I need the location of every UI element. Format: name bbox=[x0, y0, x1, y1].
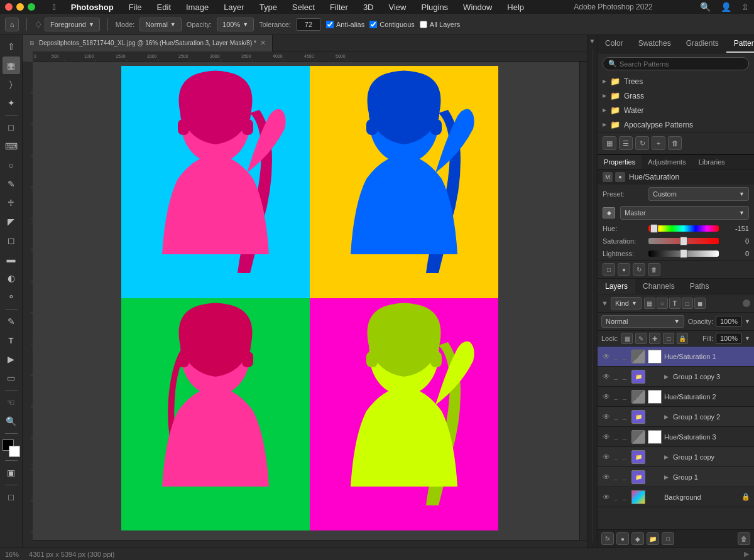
hue-slider[interactable] bbox=[648, 225, 719, 232]
filter-smart-btn[interactable]: ◼ bbox=[694, 298, 706, 309]
layer-item[interactable]: 👁 ⎯ ⎯ Hue/Saturation 3 bbox=[598, 427, 754, 447]
tolerance-input[interactable] bbox=[296, 18, 321, 31]
add-mask-btn[interactable]: ● bbox=[616, 532, 629, 545]
image-menu[interactable]: Image bbox=[183, 3, 211, 12]
fill-input[interactable]: 100% bbox=[716, 333, 742, 344]
eraser-tool[interactable]: ◻ bbox=[3, 232, 20, 249]
opacity-input[interactable]: 100% ▼ bbox=[217, 18, 254, 31]
path-selection-tool[interactable]: ▶ bbox=[3, 350, 20, 368]
layer-visibility-toggle[interactable]: 👁 bbox=[601, 392, 611, 402]
filter-shape-btn[interactable]: □ bbox=[682, 298, 693, 309]
minimize-button[interactable] bbox=[16, 3, 24, 11]
share-icon[interactable]: ⇫ bbox=[741, 2, 749, 12]
add-adjustment-btn[interactable]: ◆ bbox=[631, 532, 644, 545]
hue-slider-thumb[interactable] bbox=[650, 224, 658, 233]
lock-transparent-btn[interactable]: ▦ bbox=[621, 333, 633, 344]
preset-dropdown[interactable]: Custom ▼ bbox=[648, 187, 749, 201]
layer-item[interactable]: 👁 ⎯ ⎯ 📁 ▶ Group 1 copy bbox=[598, 447, 754, 467]
document-tab[interactable]: 🗎 Depositphotos_518717440_XL.jpg @ 16% (… bbox=[23, 35, 273, 51]
filter-pixel-btn[interactable]: ▦ bbox=[644, 298, 655, 309]
quick-mask-btn[interactable]: ▣ bbox=[3, 464, 20, 482]
close-button[interactable] bbox=[5, 3, 13, 11]
spot-heal-tool[interactable]: ○ bbox=[3, 156, 20, 174]
clone-tool[interactable]: ♱ bbox=[3, 194, 20, 212]
list-view-btn[interactable]: ☰ bbox=[619, 136, 633, 150]
zoom-tool[interactable]: 🔍 bbox=[3, 412, 20, 430]
add-pattern-btn[interactable]: + bbox=[652, 136, 665, 150]
tab-libraries[interactable]: Libraries bbox=[692, 155, 731, 169]
help-menu[interactable]: Help bbox=[505, 3, 527, 12]
search-icon[interactable]: 🔍 bbox=[700, 2, 711, 12]
visibility-btn[interactable]: ● bbox=[618, 263, 630, 276]
layer-visibility-toggle[interactable]: 👁 bbox=[601, 372, 611, 382]
mode-dropdown[interactable]: Normal ▼ bbox=[139, 18, 181, 31]
lightness-slider[interactable] bbox=[648, 250, 719, 257]
edit-menu[interactable]: Edit bbox=[155, 3, 173, 12]
new-group-btn[interactable]: 📁 bbox=[647, 532, 659, 545]
view-menu[interactable]: View bbox=[386, 3, 409, 12]
search-box[interactable]: 🔍 bbox=[603, 57, 749, 70]
window-menu[interactable]: Window bbox=[461, 3, 494, 12]
pattern-group-apocalypse[interactable]: ▶ 📁 Apocalypse Patterns bbox=[598, 117, 754, 132]
delete-adj-btn[interactable]: 🗑 bbox=[648, 263, 660, 276]
shape-tool[interactable]: ▭ bbox=[3, 369, 20, 387]
collapse-panel-btn[interactable]: ▼ bbox=[589, 38, 596, 45]
contiguous-checkbox[interactable] bbox=[369, 21, 377, 28]
home-button[interactable]: ⌂ bbox=[5, 18, 19, 31]
history-brush-tool[interactable]: ◤ bbox=[3, 213, 20, 230]
pen-tool[interactable]: ✎ bbox=[3, 313, 20, 330]
saturation-slider[interactable] bbox=[648, 238, 719, 244]
apple-menu[interactable]:  bbox=[50, 3, 58, 12]
tab-swatches[interactable]: Swatches bbox=[631, 35, 679, 53]
tab-close-button[interactable]: ✕ bbox=[260, 39, 266, 47]
layer-item[interactable]: 👁 ⎯ ⎯ Hue/Saturation 2 bbox=[598, 387, 754, 407]
tab-color[interactable]: Color bbox=[598, 35, 631, 53]
text-tool[interactable]: T bbox=[3, 331, 20, 349]
layer-item[interactable]: 👁 ⎯ ⎯ 📁 ▶ Group 1 bbox=[598, 467, 754, 487]
lock-artboard-btn[interactable]: □ bbox=[663, 333, 674, 344]
3d-menu[interactable]: 3D bbox=[361, 3, 376, 12]
pixel-icon-btn[interactable]: ● bbox=[615, 172, 625, 182]
filter-toggle[interactable] bbox=[743, 299, 750, 307]
tab-layers[interactable]: Layers bbox=[598, 279, 635, 294]
background-color[interactable] bbox=[9, 446, 20, 457]
horizontal-scrollbar[interactable] bbox=[33, 540, 587, 547]
pattern-group-grass[interactable]: ▶ 📁 Grass bbox=[598, 89, 754, 103]
channel-dropdown[interactable]: Master ▼ bbox=[620, 206, 749, 220]
layer-visibility-toggle[interactable]: 👁 bbox=[601, 452, 611, 462]
tab-channels[interactable]: Channels bbox=[635, 279, 682, 294]
filter-kind-dropdown[interactable]: Kind ▼ bbox=[611, 297, 642, 310]
chevron-icon[interactable]: ▶ bbox=[664, 454, 669, 460]
tab-gradients[interactable]: Gradients bbox=[679, 35, 726, 53]
grid-view-btn[interactable]: ▦ bbox=[603, 136, 616, 150]
filter-text-btn[interactable]: T bbox=[669, 298, 680, 309]
filter-menu[interactable]: Filter bbox=[327, 3, 351, 12]
color-swatches[interactable] bbox=[3, 439, 20, 457]
selection-tool[interactable]: ▦ bbox=[3, 57, 20, 74]
chevron-icon[interactable]: ▶ bbox=[664, 474, 669, 480]
filter-adj-btn[interactable]: ○ bbox=[657, 298, 668, 309]
brush-tool[interactable]: ✎ bbox=[3, 175, 20, 193]
file-menu[interactable]: File bbox=[126, 3, 145, 12]
lock-image-btn[interactable]: ✎ bbox=[635, 333, 647, 344]
saturation-slider-thumb[interactable] bbox=[680, 237, 687, 245]
foreground-selector[interactable]: Foreground ▼ bbox=[45, 18, 100, 31]
reset-btn[interactable]: ↻ bbox=[633, 263, 645, 276]
layer-item[interactable]: 👁 ⎯ ⎯ 📁 ▶ Group 1 copy 2 bbox=[598, 407, 754, 427]
pattern-group-water[interactable]: ▶ 📁 Water bbox=[598, 103, 754, 117]
lightness-slider-thumb[interactable] bbox=[680, 249, 687, 258]
tab-patterns[interactable]: Patterns bbox=[726, 35, 754, 53]
layer-visibility-toggle[interactable]: 👁 bbox=[601, 492, 611, 502]
tab-properties[interactable]: Properties bbox=[598, 155, 642, 169]
crop-tool[interactable]: □ bbox=[3, 119, 20, 136]
photoshop-menu[interactable]: Photoshop bbox=[68, 3, 116, 12]
fullscreen-button[interactable] bbox=[28, 3, 35, 11]
eyedropper-tool[interactable]: ⌨ bbox=[3, 137, 20, 155]
mask-icon-btn[interactable]: M bbox=[603, 172, 613, 182]
layer-fx-btn[interactable]: fx bbox=[601, 532, 614, 545]
layer-item[interactable]: 👁 ⎯ ⎯ Hue/Saturation 1 bbox=[598, 347, 754, 367]
select-menu[interactable]: Select bbox=[290, 3, 317, 12]
clip-to-layer-btn[interactable]: □ bbox=[603, 263, 615, 276]
lock-all-btn[interactable]: 🔒 bbox=[677, 333, 688, 344]
hand-tool[interactable]: ☜ bbox=[3, 394, 20, 411]
